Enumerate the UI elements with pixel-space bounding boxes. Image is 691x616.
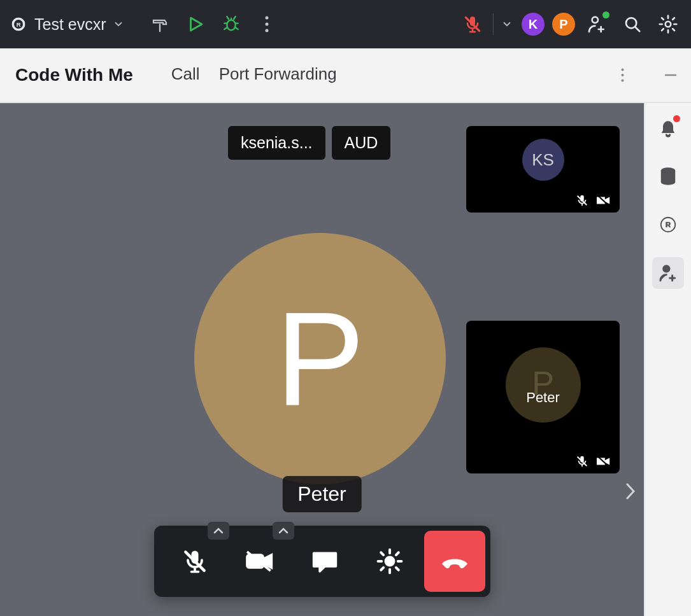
svg-point-5 [25, 24, 27, 25]
chat-icon [311, 549, 339, 574]
ide-top-toolbar: R Test evcxr K [0, 0, 691, 48]
expand-thumbnails-button[interactable] [621, 479, 640, 504]
chat-button[interactable] [294, 531, 355, 592]
add-user-button[interactable] [580, 8, 613, 41]
call-dropdown-button[interactable] [497, 8, 516, 41]
mic-options-button[interactable] [208, 522, 229, 540]
run-button[interactable] [179, 8, 212, 41]
svg-point-19 [621, 74, 623, 76]
notification-dot [673, 115, 680, 122]
database-button[interactable] [652, 160, 684, 192]
chevron-down-icon [501, 18, 513, 30]
mic-status-button[interactable] [456, 8, 489, 41]
svg-point-8 [13, 29, 14, 30]
mic-muted-icon [575, 193, 589, 207]
hangup-icon [439, 552, 470, 570]
debug-button[interactable] [215, 8, 248, 41]
chevron-up-icon [213, 527, 224, 535]
call-control-bar [154, 526, 490, 597]
search-icon [623, 15, 642, 34]
participant-thumbnail[interactable]: KS [466, 126, 620, 213]
hammer-icon [150, 15, 169, 34]
search-button[interactable] [616, 8, 649, 41]
user-plus-icon [658, 263, 678, 283]
minus-icon [664, 68, 678, 82]
thumbnail-label: Peter [466, 389, 620, 406]
svg-point-11 [227, 20, 235, 30]
notifications-button[interactable] [652, 112, 684, 144]
svg-point-14 [265, 29, 268, 32]
thumbnail-avatar: P [506, 347, 581, 423]
participant-avatar-k[interactable]: K [522, 13, 545, 36]
camera-off-icon [244, 549, 276, 574]
chevron-up-icon [278, 527, 289, 535]
svg-point-22 [385, 557, 394, 566]
project-name[interactable]: Test evcxr [34, 15, 106, 34]
avatar-letter: P [275, 292, 364, 426]
svg-text:R: R [666, 221, 671, 228]
kebab-icon [621, 68, 624, 82]
svg-point-6 [13, 18, 14, 20]
bug-icon [221, 14, 241, 34]
svg-text:R: R [17, 22, 21, 28]
more-actions-button[interactable] [250, 8, 283, 41]
camera-off-icon [595, 193, 612, 207]
svg-point-3 [18, 31, 20, 32]
info-badges: ksenia.s... AUD [228, 126, 390, 160]
toggle-mic-button[interactable] [164, 531, 225, 592]
main-participant-name: Peter [282, 476, 361, 512]
database-icon [659, 167, 678, 186]
code-with-me-button[interactable] [652, 257, 684, 289]
right-tool-sidebar: R [644, 103, 691, 616]
svg-point-17 [666, 22, 671, 27]
rust-tool-button[interactable]: R [652, 209, 684, 241]
toggle-camera-button[interactable] [229, 531, 290, 592]
svg-point-9 [23, 29, 24, 30]
participant-avatar-p[interactable]: P [552, 13, 575, 36]
mic-muted-icon [462, 14, 483, 34]
toolbar-separator [493, 13, 494, 35]
svg-point-16 [626, 18, 636, 28]
camera-off-icon [595, 454, 612, 468]
badge-speaker: ksenia.s... [228, 126, 325, 160]
tool-window-options-button[interactable] [611, 64, 634, 87]
call-view: ksenia.s... AUD P Peter KS [0, 103, 644, 616]
svg-point-7 [23, 18, 24, 20]
mic-muted-icon [575, 454, 589, 468]
settings-button[interactable] [652, 8, 685, 41]
tab-port-forwarding[interactable]: Port Forwarding [219, 64, 337, 87]
svg-point-26 [664, 266, 669, 272]
build-button[interactable] [143, 8, 176, 41]
hangup-button[interactable] [424, 531, 485, 592]
main-participant-avatar: P [194, 233, 446, 484]
mic-muted-icon [181, 547, 209, 575]
badge-audio: AUD [332, 126, 391, 160]
play-icon [186, 15, 205, 34]
chevron-right-icon [624, 482, 637, 501]
minimize-button[interactable] [659, 64, 682, 87]
kebab-icon [265, 16, 269, 32]
svg-point-18 [621, 69, 623, 71]
tool-window-header: Code With Me Call Port Forwarding [0, 48, 691, 103]
svg-point-15 [592, 17, 598, 23]
svg-point-13 [265, 23, 268, 26]
participant-thumbnail[interactable]: P Peter [466, 321, 620, 473]
tool-window-title: Code With Me [15, 65, 133, 85]
chevron-down-icon[interactable] [113, 18, 124, 30]
gear-icon [376, 547, 404, 575]
tab-call[interactable]: Call [171, 64, 200, 87]
svg-point-4 [10, 24, 12, 25]
thumbnail-avatar: KS [522, 139, 564, 181]
rust-icon: R [659, 215, 678, 234]
svg-point-20 [621, 80, 623, 82]
call-settings-button[interactable] [359, 531, 420, 592]
presence-dot [602, 11, 609, 18]
svg-point-2 [18, 16, 20, 18]
rust-logo-icon: R [9, 15, 28, 34]
camera-options-button[interactable] [273, 522, 294, 540]
gear-icon [658, 14, 678, 34]
svg-point-12 [265, 17, 268, 20]
